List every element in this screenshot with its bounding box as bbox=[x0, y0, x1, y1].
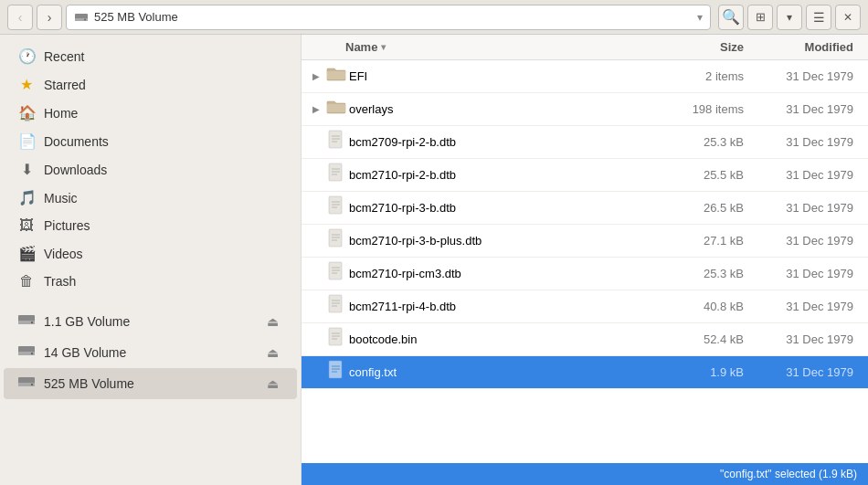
folder-icon bbox=[323, 99, 349, 120]
menu-button[interactable]: ☰ bbox=[806, 5, 831, 30]
trash-icon: 🗑 bbox=[18, 273, 35, 290]
file-modified-label: 31 Dec 1979 bbox=[758, 201, 868, 215]
sidebar-item-vol-1gb[interactable]: 1.1 GB Volume ⏏ bbox=[4, 306, 297, 337]
drive-icon bbox=[74, 10, 89, 25]
file-icon bbox=[323, 261, 349, 286]
file-name-label: bcm2710-rpi-cm3.dtb bbox=[349, 267, 649, 280]
sidebar-item-pictures[interactable]: 🖼 Pictures bbox=[4, 212, 297, 239]
view-options-icon: ▾ bbox=[787, 11, 792, 24]
location-dropdown-icon[interactable]: ▾ bbox=[697, 11, 703, 24]
forward-icon: › bbox=[48, 10, 52, 25]
table-row[interactable]: bcm2709-rpi-2-b.dtb25.3 kB31 Dec 1979 bbox=[302, 126, 868, 159]
forward-button[interactable]: › bbox=[37, 5, 62, 30]
sidebar-item-label: Home bbox=[44, 106, 282, 121]
sidebar-item-starred[interactable]: ★ Starred bbox=[4, 70, 297, 99]
search-icon: 🔍 bbox=[722, 8, 740, 26]
back-icon: ‹ bbox=[18, 10, 23, 25]
file-icon bbox=[323, 360, 349, 385]
table-row[interactable]: bcm2710-rpi-3-b.dtb26.5 kB31 Dec 1979 bbox=[302, 192, 868, 225]
file-modified-label: 31 Dec 1979 bbox=[758, 69, 868, 83]
file-panel: Name ▾ Size Modified ▶ EFI2 items31 Dec … bbox=[302, 35, 868, 485]
svg-point-5 bbox=[31, 322, 33, 323]
volume-icon bbox=[18, 313, 35, 330]
sidebar-item-label: Recent bbox=[44, 49, 282, 64]
sidebar-item-label: Trash bbox=[44, 274, 282, 289]
table-row[interactable]: ▶ EFI2 items31 Dec 1979 bbox=[302, 60, 868, 93]
volume-icon bbox=[18, 344, 35, 361]
sidebar-item-vol-14gb[interactable]: 14 GB Volume ⏏ bbox=[4, 337, 297, 368]
file-list-header: Name ▾ Size Modified bbox=[302, 35, 868, 60]
svg-point-2 bbox=[84, 18, 86, 20]
back-button[interactable]: ‹ bbox=[7, 5, 33, 30]
table-row[interactable]: bootcode.bin52.4 kB31 Dec 1979 bbox=[302, 323, 868, 356]
sidebar-item-label: Downloads bbox=[44, 163, 282, 177]
expand-icon[interactable]: ▶ bbox=[309, 104, 323, 114]
table-row[interactable]: bcm2710-rpi-cm3.dtb25.3 kB31 Dec 1979 bbox=[302, 258, 868, 290]
eject-button-vol1[interactable]: ⏏ bbox=[262, 311, 282, 332]
table-row[interactable]: bcm2710-rpi-2-b.dtb25.5 kB31 Dec 1979 bbox=[302, 159, 868, 192]
titlebar-actions: 🔍 ⊞ ▾ ☰ ✕ bbox=[718, 5, 861, 30]
col-name-header[interactable]: Name ▾ bbox=[302, 40, 649, 54]
eject-button-vol525[interactable]: ⏏ bbox=[262, 374, 282, 394]
documents-icon: 📄 bbox=[18, 132, 35, 150]
sidebar-item-music[interactable]: 🎵 Music bbox=[4, 184, 297, 212]
view-grid-icon: ⊞ bbox=[756, 10, 766, 24]
file-size-label: 52.4 kB bbox=[649, 332, 758, 346]
file-name-label: bcm2710-rpi-2-b.dtb bbox=[349, 168, 649, 182]
status-bar: "config.txt" selected (1.9 kB) bbox=[302, 463, 868, 485]
file-modified-label: 31 Dec 1979 bbox=[758, 365, 868, 379]
table-row[interactable]: bcm2711-rpi-4-b.dtb40.8 kB31 Dec 1979 bbox=[302, 290, 868, 323]
sidebar-item-downloads[interactable]: ⬇ Downloads bbox=[4, 155, 297, 184]
sidebar-item-label: Starred bbox=[44, 78, 282, 92]
file-name-label: config.txt bbox=[349, 365, 649, 379]
file-size-label: 198 items bbox=[649, 102, 758, 116]
file-modified-label: 31 Dec 1979 bbox=[758, 135, 868, 149]
sidebar-item-label: Music bbox=[44, 191, 282, 206]
file-icon bbox=[323, 294, 349, 319]
eject-button-vol14[interactable]: ⏏ bbox=[262, 343, 282, 363]
sidebar-item-videos[interactable]: 🎬 Videos bbox=[4, 239, 297, 268]
titlebar: ‹ › 525 MB Volume ▾ 🔍 ⊞ ▾ ☰ ✕ bbox=[0, 0, 868, 35]
starred-icon: ★ bbox=[18, 76, 35, 93]
sort-arrow-icon: ▾ bbox=[381, 42, 386, 52]
search-button[interactable]: 🔍 bbox=[718, 5, 744, 30]
file-icon bbox=[323, 163, 349, 187]
view-options-button[interactable]: ▾ bbox=[777, 5, 802, 30]
file-icon bbox=[323, 130, 349, 154]
file-name-label: bcm2709-rpi-2-b.dtb bbox=[349, 135, 649, 149]
file-modified-label: 31 Dec 1979 bbox=[758, 234, 868, 248]
view-grid-button[interactable]: ⊞ bbox=[747, 5, 773, 30]
col-modified-header[interactable]: Modified bbox=[758, 40, 868, 54]
sidebar-item-documents[interactable]: 📄 Documents bbox=[4, 127, 297, 155]
location-bar[interactable]: 525 MB Volume ▾ bbox=[66, 5, 711, 30]
file-icon bbox=[323, 327, 349, 352]
home-icon: 🏠 bbox=[18, 104, 35, 121]
main-area: 🕐 Recent ★ Starred 🏠 Home 📄 Documents ⬇ … bbox=[0, 35, 868, 485]
file-modified-label: 31 Dec 1979 bbox=[758, 332, 868, 346]
file-size-label: 2 items bbox=[649, 69, 758, 83]
col-size-header[interactable]: Size bbox=[649, 40, 758, 54]
file-name-label: bootcode.bin bbox=[349, 332, 649, 346]
file-name-label: bcm2711-rpi-4-b.dtb bbox=[349, 300, 649, 313]
music-icon: 🎵 bbox=[18, 189, 35, 206]
table-row[interactable]: ▶ overlays198 items31 Dec 1979 bbox=[302, 93, 868, 126]
file-name-label: bcm2710-rpi-3-b-plus.dtb bbox=[349, 234, 649, 248]
file-size-label: 25.3 kB bbox=[649, 135, 758, 149]
sidebar-item-trash[interactable]: 🗑 Trash bbox=[4, 268, 297, 295]
recent-icon: 🕐 bbox=[18, 47, 35, 65]
svg-rect-12 bbox=[327, 71, 345, 79]
sidebar-item-home[interactable]: 🏠 Home bbox=[4, 99, 297, 127]
expand-icon[interactable]: ▶ bbox=[309, 71, 323, 81]
close-button[interactable]: ✕ bbox=[835, 5, 861, 30]
table-row[interactable]: config.txt1.9 kB31 Dec 1979 bbox=[302, 356, 868, 389]
table-row[interactable]: bcm2710-rpi-3-b-plus.dtb27.1 kB31 Dec 19… bbox=[302, 225, 868, 258]
file-size-label: 40.8 kB bbox=[649, 300, 758, 313]
file-modified-label: 31 Dec 1979 bbox=[758, 267, 868, 280]
downloads-icon: ⬇ bbox=[18, 161, 35, 178]
file-size-label: 27.1 kB bbox=[649, 234, 758, 248]
sidebar-item-vol-525mb[interactable]: 525 MB Volume ⏏ bbox=[4, 368, 297, 399]
file-modified-label: 31 Dec 1979 bbox=[758, 102, 868, 116]
sidebar-item-label: 525 MB Volume bbox=[44, 376, 253, 391]
pictures-icon: 🖼 bbox=[18, 217, 35, 234]
sidebar-item-recent[interactable]: 🕐 Recent bbox=[4, 42, 297, 70]
